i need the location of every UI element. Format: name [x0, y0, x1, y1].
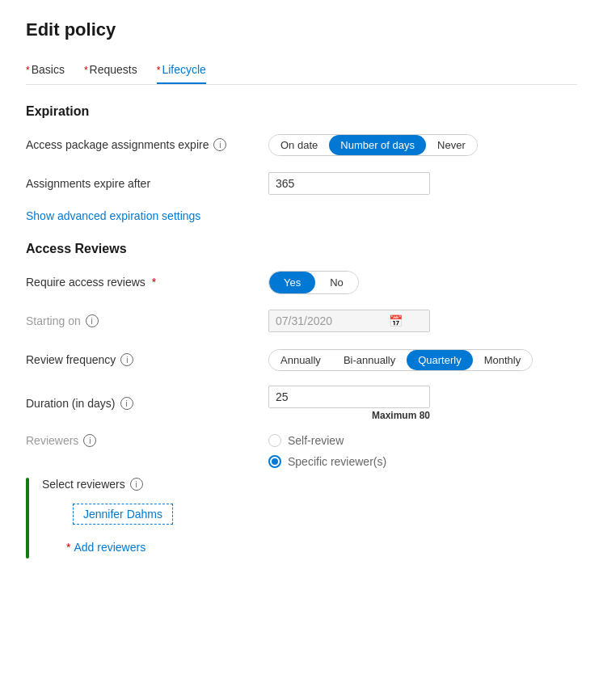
tab-requests[interactable]: *Requests — [84, 63, 137, 84]
freq-monthly[interactable]: Monthly — [473, 350, 533, 370]
select-reviewers-info-icon[interactable]: i — [130, 478, 143, 491]
require-yes[interactable]: Yes — [269, 272, 315, 293]
expire-never[interactable]: Never — [426, 135, 477, 155]
select-reviewers-label-row: Select reviewers i — [42, 478, 577, 491]
add-reviewers-star: * — [66, 541, 70, 554]
radio-specific-review[interactable]: Specific reviewer(s) — [268, 455, 577, 468]
duration-label: Duration (in days) i — [26, 397, 268, 410]
frequency-segmented: Annually Bi-annually Quarterly Monthly — [268, 349, 533, 371]
expire-row: Access package assignments expire i On d… — [26, 132, 577, 158]
freq-annually[interactable]: Annually — [269, 350, 332, 370]
reviewers-row: Reviewers i Self-review Specific reviewe… — [26, 434, 577, 468]
reviewers-control: Self-review Specific reviewer(s) — [268, 434, 577, 468]
duration-info-icon[interactable]: i — [120, 397, 133, 410]
require-no[interactable]: No — [315, 272, 358, 293]
green-bar-indicator — [26, 478, 29, 559]
assignments-expire-row: Assignments expire after — [26, 171, 577, 196]
yes-no-segmented: Yes No — [268, 271, 359, 294]
radio-self-label: Self-review — [288, 434, 344, 447]
require-reviews-row: Require access reviews * Yes No — [26, 269, 577, 295]
starting-on-input[interactable] — [276, 314, 389, 327]
add-reviewers-link[interactable]: * Add reviewers — [66, 541, 577, 554]
radio-self-review[interactable]: Self-review — [268, 434, 577, 447]
frequency-info-icon[interactable]: i — [120, 353, 133, 366]
tab-bar: *Basics *Requests *Lifecycle — [26, 63, 577, 85]
duration-control: Maximum 80 — [268, 386, 577, 421]
assignments-expire-input[interactable] — [268, 172, 430, 195]
expire-options: On date Number of days Never — [268, 134, 577, 156]
access-reviews-section-title: Access Reviews — [26, 242, 577, 256]
duration-max-label: Maximum 80 — [268, 410, 430, 421]
lifecycle-required-star: * — [157, 65, 161, 76]
expire-segmented: On date Number of days Never — [268, 134, 478, 156]
expire-label: Access package assignments expire i — [26, 138, 268, 151]
page-title: Edit policy — [26, 19, 577, 40]
duration-input[interactable] — [268, 386, 430, 408]
duration-row: Duration (in days) i Maximum 80 — [26, 386, 577, 421]
assignments-expire-control — [268, 172, 577, 195]
reviewer-type-group: Self-review Specific reviewer(s) — [268, 434, 577, 468]
expire-num-days[interactable]: Number of days — [329, 135, 426, 155]
add-reviewers-label: Add reviewers — [74, 541, 145, 554]
radio-specific-label: Specific reviewer(s) — [288, 455, 386, 468]
radio-specific-circle — [268, 455, 281, 468]
review-frequency-label: Review frequency i — [26, 353, 268, 366]
starting-on-row: Starting on i 📅 — [26, 308, 577, 334]
review-frequency-row: Review frequency i Annually Bi-annually … — [26, 347, 577, 373]
expiration-section-title: Expiration — [26, 104, 577, 119]
freq-quarterly[interactable]: Quarterly — [407, 350, 472, 370]
require-star: * — [152, 276, 156, 289]
freq-bi-annually[interactable]: Bi-annually — [332, 350, 407, 370]
require-reviews-control: Yes No — [268, 271, 577, 294]
calendar-icon: 📅 — [389, 314, 403, 327]
starting-on-label: Starting on i — [26, 314, 268, 327]
expire-info-icon[interactable]: i — [213, 138, 226, 151]
tab-basics[interactable]: *Basics — [26, 63, 65, 84]
reviewers-label: Reviewers i — [26, 434, 268, 447]
duration-wrapper: Maximum 80 — [268, 386, 577, 421]
radio-self-circle — [268, 434, 281, 447]
tab-lifecycle[interactable]: *Lifecycle — [157, 63, 206, 84]
basics-required-star: * — [26, 65, 30, 76]
reviewer-name-tag[interactable]: Jennifer Dahms — [73, 504, 173, 525]
reviewers-info-icon[interactable]: i — [83, 434, 96, 447]
starting-on-info-icon[interactable]: i — [86, 314, 99, 327]
assignments-expire-label: Assignments expire after — [26, 177, 268, 190]
starting-on-control: 📅 — [268, 310, 577, 332]
advanced-expiration-link[interactable]: Show advanced expiration settings — [26, 209, 200, 222]
reviewer-content: Select reviewers i Jennifer Dahms * Add … — [42, 478, 577, 559]
require-reviews-label: Require access reviews * — [26, 276, 268, 289]
requests-required-star: * — [84, 65, 88, 76]
expire-on-date[interactable]: On date — [269, 135, 329, 155]
frequency-control: Annually Bi-annually Quarterly Monthly — [268, 349, 577, 371]
date-input-wrapper: 📅 — [268, 310, 430, 332]
select-reviewers-section: Select reviewers i Jennifer Dahms * Add … — [26, 478, 577, 559]
